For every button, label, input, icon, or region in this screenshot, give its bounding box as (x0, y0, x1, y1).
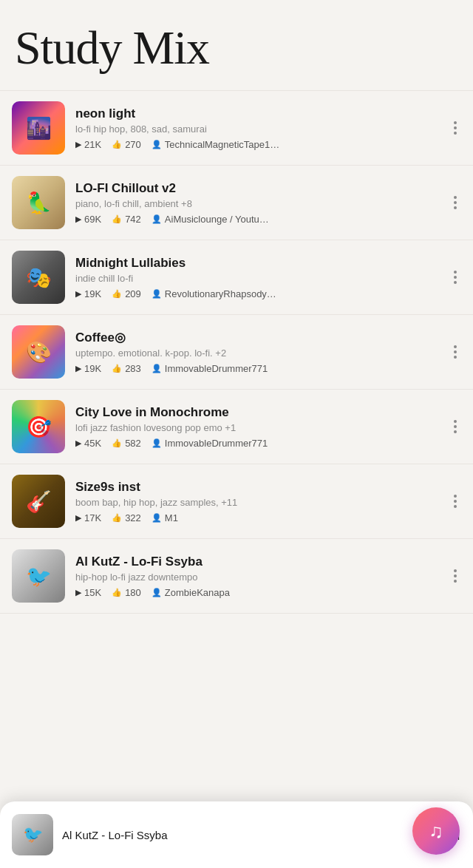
dot-2 (454, 276, 457, 279)
track-thumb-emoji: 🐦 (12, 549, 65, 603)
like-icon: 👍 (112, 513, 122, 523)
track-more-button[interactable] (449, 489, 461, 514)
dot-3 (454, 356, 457, 359)
play-icon: ▶ (75, 588, 81, 597)
track-more-button[interactable] (449, 563, 461, 589)
like-count-value: 209 (125, 288, 141, 299)
dot-1 (454, 271, 457, 274)
track-stats: ▶ 69K 👍 742 👤 AiMusiclounge / Youtu… (75, 214, 443, 225)
play-count: ▶ 69K (75, 214, 101, 225)
track-title: Midnight Lullabies (75, 256, 443, 271)
track-item[interactable]: 🐦 Al KutZ - Lo-Fi Ssyba hip-hop lo-fi ja… (0, 539, 473, 614)
track-item[interactable]: 🦜 LO-FI Chillout v2 piano, lo-fi chill, … (0, 166, 473, 240)
track-stats: ▶ 19K 👍 209 👤 RevolutionaryRhapsody… (75, 288, 443, 299)
fab-music-button[interactable]: ♫ (412, 807, 460, 855)
play-count: ▶ 19K (75, 288, 101, 299)
play-icon: ▶ (75, 364, 81, 373)
play-count-value: 15K (84, 587, 101, 598)
play-count-value: 17K (84, 512, 101, 523)
artist-name-value: RevolutionaryRhapsody… (165, 288, 276, 299)
track-title: Size9s inst (75, 480, 443, 495)
track-tags: boom bap, hip hop, jazz samples, +11 (75, 497, 443, 508)
dot-2 (454, 574, 457, 577)
track-item[interactable]: 🎯 City Love in Monochrome lofi jazz fash… (0, 390, 473, 464)
track-item[interactable]: 🎸 Size9s inst boom bap, hip hop, jazz sa… (0, 464, 473, 539)
user-icon: 👤 (152, 140, 162, 149)
dot-1 (454, 345, 457, 348)
track-stats: ▶ 15K 👍 180 👤 ZombieKanapa (75, 587, 443, 598)
track-title: neon light (75, 106, 443, 121)
artist-name-value: TechnicalMagneticTape1… (165, 139, 279, 150)
like-icon: 👍 (112, 588, 122, 597)
dot-2 (454, 201, 457, 204)
track-title: Al KutZ - Lo-Fi Ssyba (75, 555, 443, 569)
like-count: 👍 209 (112, 288, 141, 299)
user-icon: 👤 (152, 588, 162, 597)
track-thumbnail: 🌆 (12, 101, 65, 155)
like-icon: 👍 (112, 438, 122, 448)
now-playing-bar: 🐦 Al KutZ - Lo-Fi Ssyba ⏸ ⏭ (0, 801, 473, 868)
like-icon: 👍 (112, 364, 122, 373)
track-more-button[interactable] (449, 414, 461, 439)
track-tags: lofi jazz fashion lovesong pop emo +1 (75, 422, 443, 433)
track-more-button[interactable] (449, 265, 461, 290)
track-title: LO-FI Chillout v2 (75, 181, 443, 196)
like-icon: 👍 (112, 140, 122, 149)
like-count-value: 322 (125, 512, 141, 523)
track-thumbnail: 🎸 (12, 475, 65, 528)
track-item[interactable]: 🎭 Midnight Lullabies indie chill lo-fi ▶… (0, 240, 473, 315)
track-info: LO-FI Chillout v2 piano, lo-fi chill, am… (75, 181, 443, 225)
track-stats: ▶ 45K 👍 582 👤 ImmovableDrummer771 (75, 438, 443, 449)
artist-name-value: M1 (165, 512, 178, 523)
play-count-value: 19K (84, 288, 101, 299)
track-thumb-emoji: 🌆 (12, 101, 65, 155)
track-title: City Love in Monochrome (75, 405, 443, 420)
fab-music-icon: ♫ (429, 820, 443, 843)
play-count: ▶ 21K (75, 139, 101, 150)
like-count: 👍 270 (112, 139, 141, 150)
dot-2 (454, 425, 457, 428)
dot-3 (454, 281, 457, 284)
track-item[interactable]: 🌆 neon light lo-fi hip hop, 808, sad, sa… (0, 90, 473, 166)
track-stats: ▶ 17K 👍 322 👤 M1 (75, 512, 443, 523)
track-info: Coffee◎ uptempo. emotional. k-pop. lo-fi… (75, 330, 443, 374)
track-info: City Love in Monochrome lofi jazz fashio… (75, 405, 443, 449)
track-stats: ▶ 21K 👍 270 👤 TechnicalMagneticTape1… (75, 139, 443, 150)
track-thumb-emoji: 🎭 (12, 251, 65, 304)
dot-3 (454, 505, 457, 508)
play-count-value: 19K (84, 363, 101, 374)
like-icon: 👍 (112, 289, 122, 299)
dot-1 (454, 420, 457, 423)
track-stats: ▶ 19K 👍 283 👤 ImmovableDrummer771 (75, 363, 443, 374)
play-count: ▶ 45K (75, 438, 101, 449)
like-count: 👍 742 (112, 214, 141, 225)
track-thumbnail: 🐦 (12, 549, 65, 603)
dot-3 (454, 132, 457, 135)
like-count-value: 270 (125, 139, 141, 150)
artist-name: 👤 ImmovableDrummer771 (152, 438, 268, 449)
dot-1 (454, 121, 457, 124)
dot-3 (454, 430, 457, 433)
dot-2 (454, 350, 457, 353)
track-more-button[interactable] (449, 115, 461, 140)
track-thumbnail: 🎯 (12, 400, 65, 453)
play-icon: ▶ (75, 513, 81, 523)
track-thumb-emoji: 🎸 (12, 475, 65, 528)
track-item[interactable]: 🎨 Coffee◎ uptempo. emotional. k-pop. lo-… (0, 315, 473, 390)
dot-3 (454, 206, 457, 209)
like-count: 👍 180 (112, 587, 141, 598)
like-count: 👍 322 (112, 512, 141, 523)
like-count: 👍 582 (112, 438, 141, 449)
user-icon: 👤 (152, 364, 162, 373)
user-icon: 👤 (152, 438, 162, 448)
track-thumbnail: 🎭 (12, 251, 65, 304)
track-tags: indie chill lo-fi (75, 273, 443, 284)
dot-1 (454, 495, 457, 498)
track-more-button[interactable] (449, 339, 461, 365)
play-count: ▶ 15K (75, 587, 101, 598)
artist-name: 👤 TechnicalMagneticTape1… (152, 139, 279, 150)
artist-name: 👤 RevolutionaryRhapsody… (152, 288, 276, 299)
like-count-value: 742 (125, 214, 141, 225)
artist-name: 👤 ZombieKanapa (152, 587, 230, 598)
track-more-button[interactable] (449, 190, 461, 215)
